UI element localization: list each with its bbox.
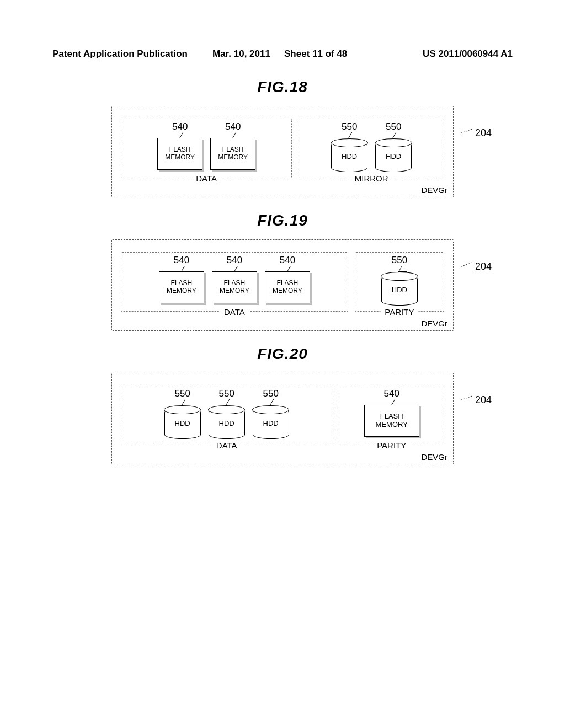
flash-label: FLASH MEMORY xyxy=(218,146,248,162)
group-data-label: DATA xyxy=(212,441,242,450)
group-mirror-label: MIRROR xyxy=(350,174,393,183)
header-date: Mar. 10, 2011 xyxy=(212,49,270,60)
figure-18-diagram: 204 540 FLASH MEMORY 540 FLASH MEMORY DA… xyxy=(111,106,454,197)
flash-memory-device: 540 FLASH MEMORY xyxy=(210,138,255,170)
flash-memory-device: 540 FLASH MEMORY xyxy=(265,271,310,303)
ref-550: 550 xyxy=(392,255,407,266)
hdd-device: 550 HDD xyxy=(375,138,412,172)
group-parity-label: PARITY xyxy=(372,441,411,450)
hdd-label: HDD xyxy=(375,138,412,172)
header-sheet: Sheet 11 of 48 xyxy=(284,49,347,60)
devgr-label: DEVGr xyxy=(421,452,447,462)
hdd-label: HDD xyxy=(381,271,418,306)
hdd-device: 550 HDD xyxy=(164,405,201,439)
ref-540: 540 xyxy=(172,121,188,132)
hdd-label: HDD xyxy=(253,405,289,439)
patent-page: Patent Application Publication Mar. 10, … xyxy=(0,0,565,728)
ref-550: 550 xyxy=(263,388,279,399)
figure-20-diagram: 204 550 HDD 550 HDD 550 xyxy=(111,373,454,464)
ref-204: 204 xyxy=(475,127,492,139)
flash-label: FLASH MEMORY xyxy=(167,280,196,295)
ref-540: 540 xyxy=(227,255,242,266)
group-parity-label: PARITY xyxy=(380,307,418,317)
hdd-device: 550 HDD xyxy=(381,271,418,306)
ref-540: 540 xyxy=(280,255,295,266)
devgr-label: DEVGr xyxy=(421,319,447,328)
flash-label: FLASH MEMORY xyxy=(376,413,408,429)
hdd-label: HDD xyxy=(331,138,367,172)
hdd-device: 550 HDD xyxy=(253,405,289,439)
ref-550: 550 xyxy=(386,121,401,132)
ref-540: 540 xyxy=(384,388,399,399)
devgr-label: DEVGr xyxy=(421,185,447,195)
flash-label: FLASH MEMORY xyxy=(273,280,302,295)
hdd-device: 550 HDD xyxy=(209,405,245,439)
hdd-label: HDD xyxy=(164,405,201,439)
header-left: Patent Application Publication xyxy=(52,49,188,60)
flash-label: FLASH MEMORY xyxy=(165,146,195,162)
flash-memory-device: 540 FLASH MEMORY xyxy=(159,271,204,303)
figure-19-title: FIG.19 xyxy=(0,212,565,229)
figure-20-title: FIG.20 xyxy=(0,345,565,363)
figure-19-diagram: 204 540 FLASH MEMORY 540 FLASH MEMORY 54… xyxy=(111,239,454,331)
figure-18-title: FIG.18 xyxy=(0,78,565,96)
hdd-label: HDD xyxy=(209,405,245,439)
ref-204: 204 xyxy=(475,261,492,272)
ref-550: 550 xyxy=(342,121,357,132)
flash-memory-device: 540 FLASH MEMORY xyxy=(157,138,202,170)
ref-550: 550 xyxy=(219,388,234,399)
flash-memory-device: 540 FLASH MEMORY xyxy=(364,405,419,437)
group-data-label: DATA xyxy=(191,174,221,183)
ref-540: 540 xyxy=(225,121,241,132)
flash-label: FLASH MEMORY xyxy=(220,280,249,295)
hdd-device: 550 HDD xyxy=(331,138,367,172)
ref-204: 204 xyxy=(475,394,492,406)
ref-540: 540 xyxy=(174,255,189,266)
flash-memory-device: 540 FLASH MEMORY xyxy=(212,271,257,303)
ref-550: 550 xyxy=(175,388,190,399)
group-data-label: DATA xyxy=(220,307,249,317)
header-pubno: US 2011/0060944 A1 xyxy=(423,49,513,60)
